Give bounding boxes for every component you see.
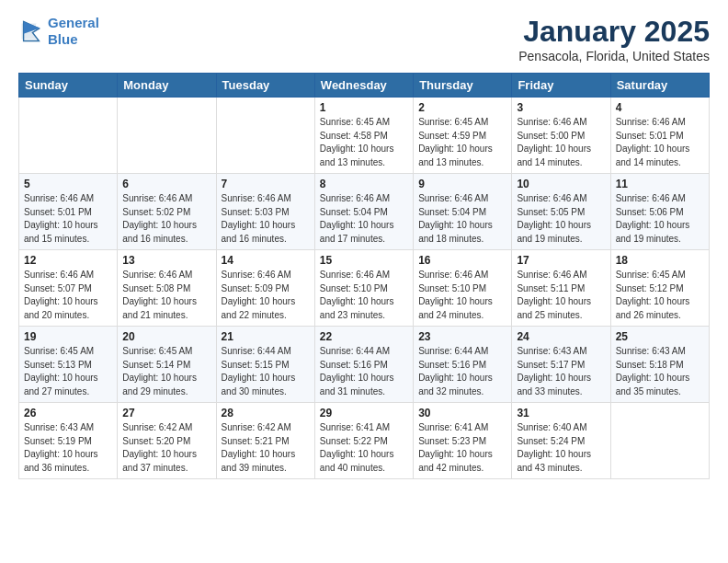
- day-info: Sunrise: 6:46 AM Sunset: 5:05 PM Dayligh…: [517, 192, 605, 246]
- day-cell: [216, 98, 314, 174]
- header-tuesday: Tuesday: [216, 74, 314, 98]
- day-info: Sunrise: 6:46 AM Sunset: 5:03 PM Dayligh…: [222, 192, 310, 246]
- day-info: Sunrise: 6:46 AM Sunset: 5:00 PM Dayligh…: [517, 116, 605, 169]
- day-cell: 1Sunrise: 6:45 AM Sunset: 4:58 PM Daylig…: [314, 98, 413, 174]
- day-info: Sunrise: 6:46 AM Sunset: 5:01 PM Dayligh…: [616, 116, 704, 169]
- day-number: 25: [616, 330, 704, 343]
- day-number: 5: [24, 178, 112, 190]
- week-row-1: 5Sunrise: 6:46 AM Sunset: 5:01 PM Daylig…: [19, 174, 710, 250]
- day-number: 29: [320, 407, 408, 419]
- day-info: Sunrise: 6:43 AM Sunset: 5:19 PM Dayligh…: [24, 421, 112, 475]
- calendar-header-row: SundayMondayTuesdayWednesdayThursdayFrid…: [19, 74, 710, 98]
- week-row-2: 12Sunrise: 6:46 AM Sunset: 5:07 PM Dayli…: [19, 250, 710, 327]
- day-number: 10: [517, 178, 605, 190]
- day-cell: 13Sunrise: 6:46 AM Sunset: 5:08 PM Dayli…: [118, 250, 216, 327]
- day-cell: 17Sunrise: 6:46 AM Sunset: 5:11 PM Dayli…: [512, 250, 610, 327]
- day-cell: 14Sunrise: 6:46 AM Sunset: 5:09 PM Dayli…: [216, 250, 314, 327]
- day-info: Sunrise: 6:45 AM Sunset: 4:59 PM Dayligh…: [418, 116, 506, 169]
- day-info: Sunrise: 6:46 AM Sunset: 5:10 PM Dayligh…: [418, 269, 506, 322]
- header: General Blue January 2025 Pensacola, Flo…: [18, 15, 710, 63]
- day-number: 30: [418, 407, 506, 419]
- header-monday: Monday: [118, 74, 216, 98]
- day-cell: 7Sunrise: 6:46 AM Sunset: 5:03 PM Daylig…: [216, 174, 314, 250]
- day-cell: 29Sunrise: 6:41 AM Sunset: 5:22 PM Dayli…: [314, 403, 413, 479]
- day-number: 19: [24, 330, 112, 343]
- logo-icon: [18, 18, 44, 44]
- day-cell: 15Sunrise: 6:46 AM Sunset: 5:10 PM Dayli…: [314, 250, 413, 327]
- header-wednesday: Wednesday: [314, 74, 413, 98]
- day-info: Sunrise: 6:40 AM Sunset: 5:24 PM Dayligh…: [517, 421, 605, 475]
- day-cell: 11Sunrise: 6:46 AM Sunset: 5:06 PM Dayli…: [610, 174, 709, 250]
- week-row-3: 19Sunrise: 6:45 AM Sunset: 5:13 PM Dayli…: [19, 327, 710, 403]
- day-cell: 8Sunrise: 6:46 AM Sunset: 5:04 PM Daylig…: [314, 174, 413, 250]
- day-number: 2: [418, 101, 506, 114]
- day-cell: 19Sunrise: 6:45 AM Sunset: 5:13 PM Dayli…: [19, 327, 118, 403]
- day-number: 23: [418, 330, 506, 343]
- calendar-table: SundayMondayTuesdayWednesdayThursdayFrid…: [18, 73, 710, 479]
- day-cell: 30Sunrise: 6:41 AM Sunset: 5:23 PM Dayli…: [414, 403, 512, 479]
- calendar-subtitle: Pensacola, Florida, United States: [518, 49, 710, 63]
- day-cell: 28Sunrise: 6:42 AM Sunset: 5:21 PM Dayli…: [216, 403, 314, 479]
- day-info: Sunrise: 6:46 AM Sunset: 5:11 PM Dayligh…: [517, 269, 605, 322]
- day-cell: 6Sunrise: 6:46 AM Sunset: 5:02 PM Daylig…: [118, 174, 216, 250]
- day-number: 22: [320, 330, 408, 343]
- day-info: Sunrise: 6:46 AM Sunset: 5:04 PM Dayligh…: [418, 192, 506, 246]
- day-info: Sunrise: 6:45 AM Sunset: 5:13 PM Dayligh…: [24, 345, 112, 398]
- day-cell: 12Sunrise: 6:46 AM Sunset: 5:07 PM Dayli…: [19, 250, 118, 327]
- day-cell: 22Sunrise: 6:44 AM Sunset: 5:16 PM Dayli…: [314, 327, 413, 403]
- header-thursday: Thursday: [414, 74, 512, 98]
- logo-line1: General: [48, 15, 99, 30]
- day-number: 18: [616, 254, 704, 267]
- logo: General Blue: [18, 15, 99, 48]
- header-saturday: Saturday: [610, 74, 709, 98]
- day-number: 16: [418, 254, 506, 267]
- day-info: Sunrise: 6:45 AM Sunset: 4:58 PM Dayligh…: [320, 116, 408, 169]
- day-cell: 26Sunrise: 6:43 AM Sunset: 5:19 PM Dayli…: [19, 403, 118, 479]
- calendar-title: January 2025: [518, 15, 710, 49]
- day-number: 27: [122, 407, 210, 419]
- day-info: Sunrise: 6:46 AM Sunset: 5:08 PM Dayligh…: [122, 269, 210, 322]
- day-info: Sunrise: 6:46 AM Sunset: 5:02 PM Dayligh…: [122, 192, 210, 246]
- day-cell: 4Sunrise: 6:46 AM Sunset: 5:01 PM Daylig…: [610, 98, 709, 174]
- day-number: 3: [517, 101, 605, 114]
- day-number: 7: [222, 178, 310, 190]
- header-friday: Friday: [512, 74, 610, 98]
- day-info: Sunrise: 6:42 AM Sunset: 5:20 PM Dayligh…: [122, 421, 210, 475]
- day-number: 20: [122, 330, 210, 343]
- day-number: 12: [24, 254, 112, 267]
- day-number: 8: [320, 178, 408, 190]
- day-info: Sunrise: 6:46 AM Sunset: 5:09 PM Dayligh…: [222, 269, 310, 322]
- week-row-4: 26Sunrise: 6:43 AM Sunset: 5:19 PM Dayli…: [19, 403, 710, 479]
- day-info: Sunrise: 6:44 AM Sunset: 5:16 PM Dayligh…: [320, 345, 408, 398]
- day-cell: 25Sunrise: 6:43 AM Sunset: 5:18 PM Dayli…: [610, 327, 709, 403]
- day-number: 17: [517, 254, 605, 267]
- day-cell: [19, 98, 118, 174]
- day-cell: 24Sunrise: 6:43 AM Sunset: 5:17 PM Dayli…: [512, 327, 610, 403]
- day-number: 9: [418, 178, 506, 190]
- day-info: Sunrise: 6:42 AM Sunset: 5:21 PM Dayligh…: [222, 421, 310, 475]
- header-sunday: Sunday: [19, 74, 118, 98]
- day-number: 15: [320, 254, 408, 267]
- day-cell: [118, 98, 216, 174]
- day-cell: 9Sunrise: 6:46 AM Sunset: 5:04 PM Daylig…: [414, 174, 512, 250]
- day-cell: 18Sunrise: 6:45 AM Sunset: 5:12 PM Dayli…: [610, 250, 709, 327]
- day-cell: 31Sunrise: 6:40 AM Sunset: 5:24 PM Dayli…: [512, 403, 610, 479]
- logo-line2: Blue: [48, 31, 78, 47]
- day-info: Sunrise: 6:46 AM Sunset: 5:04 PM Dayligh…: [320, 192, 408, 246]
- title-block: January 2025 Pensacola, Florida, United …: [518, 15, 710, 63]
- day-info: Sunrise: 6:45 AM Sunset: 5:12 PM Dayligh…: [616, 269, 704, 322]
- day-info: Sunrise: 6:43 AM Sunset: 5:18 PM Dayligh…: [616, 345, 704, 398]
- day-cell: [610, 403, 709, 479]
- logo-text: General Blue: [48, 15, 99, 48]
- day-number: 1: [320, 101, 408, 114]
- day-cell: 16Sunrise: 6:46 AM Sunset: 5:10 PM Dayli…: [414, 250, 512, 327]
- day-number: 24: [517, 330, 605, 343]
- day-number: 11: [616, 178, 704, 190]
- day-cell: 20Sunrise: 6:45 AM Sunset: 5:14 PM Dayli…: [118, 327, 216, 403]
- day-info: Sunrise: 6:46 AM Sunset: 5:06 PM Dayligh…: [616, 192, 704, 246]
- day-info: Sunrise: 6:46 AM Sunset: 5:07 PM Dayligh…: [24, 269, 112, 322]
- day-number: 26: [24, 407, 112, 419]
- day-info: Sunrise: 6:46 AM Sunset: 5:01 PM Dayligh…: [24, 192, 112, 246]
- day-number: 4: [616, 101, 704, 114]
- day-number: 28: [222, 407, 310, 419]
